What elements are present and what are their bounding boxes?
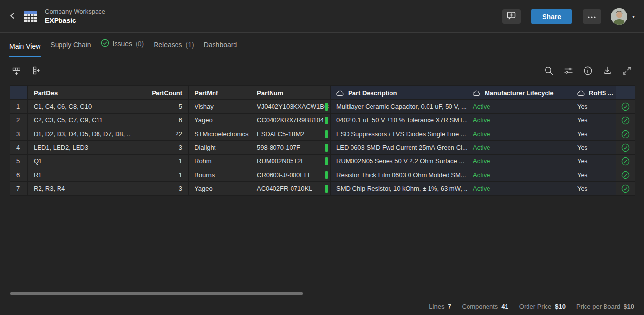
cell-status bbox=[616, 155, 635, 168]
availability-indicator bbox=[325, 185, 328, 193]
cell-description: Resistor Thick Film 0603 0 Ohm Molded SM… bbox=[331, 168, 467, 182]
column-header-rohs[interactable]: RoHS ... bbox=[571, 86, 616, 100]
cell-status bbox=[616, 141, 635, 155]
cell-row-number: 1 bbox=[10, 100, 28, 114]
cell-partmnf: Vishay bbox=[189, 100, 251, 114]
cell-lifecycle: Active bbox=[467, 100, 571, 114]
cell-partdes: C2, C3, C5, C7, C9, C11 bbox=[28, 114, 131, 127]
column-header-partdes[interactable]: PartDes bbox=[28, 86, 131, 100]
cell-partnum: CC0402KRX7R9BB104 bbox=[251, 114, 331, 127]
table-row[interactable]: 4 LED1, LED2, LED3 3 Dialight 598-8070-1… bbox=[10, 141, 635, 155]
cell-partnum: 598-8070-107F bbox=[251, 141, 331, 155]
cell-row-number: 2 bbox=[10, 114, 28, 127]
cell-row-number: 3 bbox=[10, 127, 28, 141]
issues-count: (0) bbox=[136, 40, 144, 48]
cell-partmnf: Yageo bbox=[189, 182, 251, 196]
check-circle-icon bbox=[621, 157, 630, 164]
cell-partcount: 1 bbox=[131, 155, 189, 168]
back-button[interactable] bbox=[8, 11, 17, 21]
cell-partcount: 1 bbox=[131, 168, 189, 182]
tab-issues[interactable]: Issues (0) bbox=[100, 39, 145, 57]
table-body: 1 C1, C4, C6, C8, C10 5 Vishay VJ0402Y10… bbox=[10, 100, 635, 196]
download-icon bbox=[603, 66, 612, 77]
cell-status bbox=[616, 182, 635, 196]
cell-partnum: CR0603-J/-000ELF bbox=[251, 168, 331, 182]
table-row[interactable]: 6 R1 1 Bourns CR0603-J/-000ELF Resistor … bbox=[10, 168, 635, 182]
check-circle-icon bbox=[621, 143, 630, 151]
horizontal-scrollbar-thumb[interactable] bbox=[10, 292, 303, 295]
add-row-icon bbox=[12, 66, 21, 77]
cloud-icon bbox=[336, 90, 344, 96]
tab-releases[interactable]: Releases (1) bbox=[153, 41, 195, 57]
comment-button[interactable] bbox=[502, 9, 521, 24]
tab-supply-chain[interactable]: Supply Chain bbox=[50, 41, 91, 57]
column-header-part-description[interactable]: Part Description bbox=[331, 86, 467, 100]
bom-grid-icon bbox=[24, 11, 37, 22]
tab-dashboard[interactable]: Dashboard bbox=[203, 41, 238, 57]
table-row[interactable]: 7 R2, R3, R4 3 Yageo AC0402FR-0710KL SMD… bbox=[10, 182, 635, 196]
cell-description: Multilayer Ceramic Capacitor, 0.01 uF, 5… bbox=[331, 100, 467, 114]
ellipsis-icon bbox=[587, 13, 596, 20]
stat-order-price: Order Price$10 bbox=[519, 303, 566, 310]
cell-status bbox=[616, 100, 635, 114]
cell-partnum: VJ0402Y103KXACW1BC bbox=[251, 100, 331, 114]
more-options-button[interactable] bbox=[583, 9, 601, 24]
cloud-icon bbox=[577, 90, 585, 96]
cell-partcount: 3 bbox=[131, 141, 189, 155]
info-button[interactable] bbox=[583, 66, 593, 76]
filter-sliders-icon bbox=[564, 66, 573, 77]
cell-description: LED 0603 SMD Fwd Current 25mA Green Cl..… bbox=[331, 141, 467, 155]
add-column-button[interactable] bbox=[31, 66, 41, 76]
share-button[interactable]: Share bbox=[531, 9, 572, 24]
table-row[interactable]: 1 C1, C4, C6, C8, C10 5 Vishay VJ0402Y10… bbox=[10, 100, 635, 114]
cell-lifecycle: Active bbox=[467, 114, 571, 127]
availability-indicator bbox=[325, 130, 328, 138]
column-header-partmnf[interactable]: PartMnf bbox=[189, 86, 251, 100]
cell-lifecycle: Active bbox=[467, 168, 571, 182]
column-header-manufacturer-lifecycle[interactable]: Manufacturer Lifecycle bbox=[467, 86, 571, 100]
cell-partcount: 3 bbox=[131, 182, 189, 196]
column-header-index bbox=[10, 86, 28, 100]
cell-lifecycle: Active bbox=[467, 155, 571, 168]
table-row[interactable]: 2 C2, C3, C5, C7, C9, C11 6 Yageo CC0402… bbox=[10, 114, 635, 127]
cell-lifecycle: Active bbox=[467, 182, 571, 196]
releases-count: (1) bbox=[186, 41, 194, 49]
cell-partdes: R2, R3, R4 bbox=[28, 182, 131, 196]
tab-main-view[interactable]: Main View bbox=[9, 42, 41, 57]
expand-icon bbox=[622, 66, 632, 77]
workspace-name: Company Workspace bbox=[45, 8, 105, 16]
project-name: EXPbasic bbox=[45, 16, 105, 25]
table-row[interactable]: 3 D1, D2, D3, D4, D5, D6, D7, D8, ... 22… bbox=[10, 127, 635, 141]
info-icon bbox=[583, 66, 593, 77]
cell-status bbox=[616, 114, 635, 127]
cell-description: ESD Suppressors / TVS Diodes Single Line… bbox=[331, 127, 467, 141]
column-header-partcount[interactable]: PartCount bbox=[131, 86, 189, 100]
availability-indicator bbox=[325, 144, 328, 152]
caret-down-icon[interactable]: ▾ bbox=[632, 14, 635, 19]
table-header-row: PartDes PartCount PartMnf PartNum Part D… bbox=[10, 86, 635, 100]
cell-partnum: AC0402FR-0710KL bbox=[251, 182, 331, 196]
column-header-partnum[interactable]: PartNum bbox=[251, 86, 331, 100]
table-row[interactable]: 5 Q1 1 Rohm RUM002N05T2L RUM002N05 Serie… bbox=[10, 155, 635, 168]
table-toolbar bbox=[0, 57, 644, 85]
cell-description: 0402 0.1 uF 50 V ±10 % Tolerance X7R SMT… bbox=[331, 114, 467, 127]
expand-button[interactable] bbox=[622, 66, 632, 76]
check-circle-icon bbox=[101, 39, 109, 49]
download-button[interactable] bbox=[603, 66, 612, 76]
column-header-status bbox=[616, 86, 635, 100]
avatar[interactable] bbox=[611, 8, 627, 25]
search-button[interactable] bbox=[544, 66, 554, 76]
cell-status bbox=[616, 127, 635, 141]
cell-partmnf: Yageo bbox=[189, 114, 251, 127]
comment-plus-icon bbox=[507, 11, 516, 22]
add-row-button[interactable] bbox=[12, 66, 21, 76]
cell-rohs: Yes bbox=[571, 141, 616, 155]
filter-button[interactable] bbox=[564, 66, 573, 76]
search-icon bbox=[544, 66, 554, 77]
stat-components: Components41 bbox=[462, 303, 508, 310]
cell-partnum: ESDALC5-1BM2 bbox=[251, 127, 331, 141]
availability-indicator bbox=[325, 117, 328, 124]
check-circle-icon bbox=[621, 171, 630, 178]
cell-partdes: R1 bbox=[28, 168, 131, 182]
cell-row-number: 6 bbox=[10, 168, 28, 182]
